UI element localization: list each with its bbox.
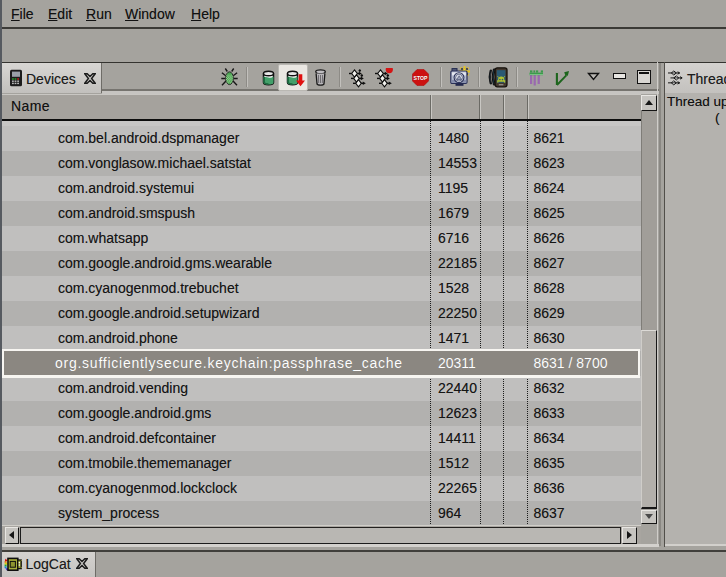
- svg-text:STOP: STOP: [413, 75, 428, 81]
